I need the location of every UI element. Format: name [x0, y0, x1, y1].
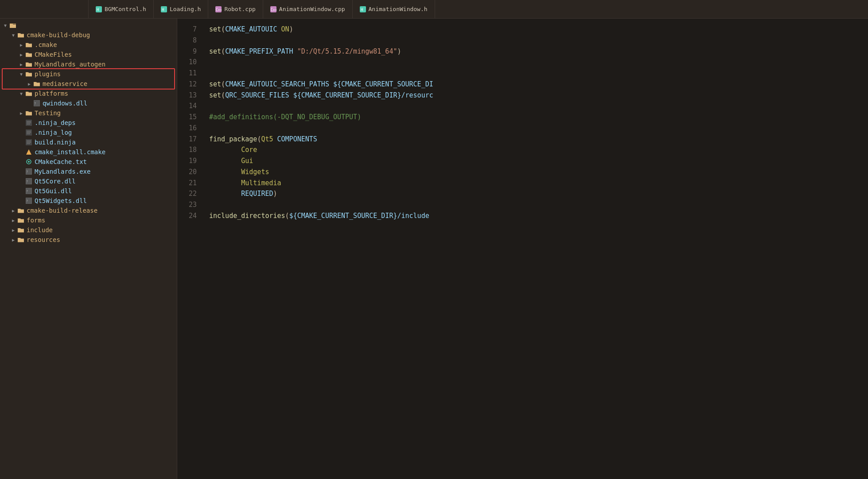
svg-text:?: ? [26, 199, 28, 203]
tree-item-Qt5Core.dll[interactable]: ?Qt5Core.dll [0, 176, 177, 186]
file-icon-Qt5Widgets.dll: ? [25, 197, 33, 204]
line-number-17: 17 [177, 134, 197, 145]
line-numbers: 789101112131415161718192021222324 [177, 19, 204, 479]
tree-item-MyLandlards_autogen[interactable]: ▶MyLandlards_autogen [0, 59, 177, 69]
tab-icon-AnimationWindow.cpp: C++ [270, 6, 276, 12]
tree-item-plugins[interactable]: ▼plugins [0, 69, 177, 79]
tree-item-cmake_install.cmake[interactable]: cmake_install.cmake [0, 147, 177, 157]
tree-label-MyLandlards_autogen: MyLandlards_autogen [35, 61, 105, 68]
tree-label-.ninja_deps: .ninja_deps [35, 119, 76, 126]
code-line-23 [209, 199, 868, 210]
tab-AnimationWindow.cpp[interactable]: C++AnimationWindow.cpp [263, 0, 353, 18]
tree-label-MyLandlards.exe: MyLandlards.exe [35, 168, 90, 175]
tab-icon-Loading.h: H [161, 6, 167, 12]
tab-label-AnimationWindow.cpp: AnimationWindow.cpp [279, 6, 345, 12]
tab-AnimationWindow.h[interactable]: HAnimationWindow.h [353, 0, 435, 18]
tree-item-.cmake[interactable]: ▶.cmake [0, 40, 177, 50]
tree-label-CMakeCache.txt: CMakeCache.txt [35, 158, 87, 165]
tree-label-build.ninja: build.ninja [35, 139, 76, 146]
tree-item-CMakeCache.txt[interactable]: CMakeCache.txt [0, 157, 177, 167]
tree-item-.ninja_deps[interactable]: .ninja_deps [0, 118, 177, 128]
tab-Loading.h[interactable]: HLoading.h [154, 0, 208, 18]
svg-point-26 [28, 161, 30, 163]
line-number-24: 24 [177, 210, 197, 222]
chevron-icon-.cmake: ▶ [18, 43, 25, 47]
tree-item-CMakeFiles[interactable]: ▶CMakeFiles [0, 50, 177, 59]
header: HBGMControl.hHLoading.hC++Robot.cppC++An… [0, 0, 868, 19]
code-content[interactable]: set(CMAKE_AUTOUIC ON) set(CMAKE_PREFIX_P… [204, 19, 868, 479]
chevron-icon-platforms: ▼ [18, 91, 25, 96]
tree-label-resources: resources [27, 236, 60, 243]
tree-item-cmake-build-release[interactable]: ▶cmake-build-release [0, 206, 177, 215]
root-folder-icon [9, 22, 17, 29]
tree-label-qwindows.dll: qwindows.dll [43, 100, 87, 107]
tab-label-BGMControl.h: BGMControl.h [105, 6, 146, 12]
line-number-21: 21 [177, 178, 197, 189]
file-icon-qwindows.dll: ? [33, 100, 41, 107]
tree-item-Testing[interactable]: ▶Testing [0, 108, 177, 118]
line-number-12: 12 [177, 79, 197, 90]
svg-text:?: ? [26, 170, 28, 174]
line-number-8: 8 [177, 35, 197, 46]
file-icon-plugins [25, 70, 33, 78]
code-line-9: set(CMAKE_PREFIX_PATH "D:/Qt/5.15.2/ming… [209, 46, 868, 57]
svg-text:?: ? [26, 190, 28, 193]
tab-bar: HBGMControl.hHLoading.hC++Robot.cppC++An… [89, 0, 868, 18]
code-line-18: Core [209, 144, 868, 156]
file-icon-CMakeFiles [25, 51, 33, 58]
line-number-10: 10 [177, 57, 197, 68]
code-line-8 [209, 35, 868, 46]
svg-text:C++: C++ [271, 8, 276, 12]
tree-item-.ninja_log[interactable]: .ninja_log [0, 128, 177, 137]
line-number-11: 11 [177, 68, 197, 79]
chevron-icon-MyLandlards_autogen: ▶ [18, 62, 25, 67]
code-line-14 [209, 101, 868, 112]
tree-item-platforms[interactable]: ▼platforms [0, 89, 177, 98]
sidebar: ▼ ▼cmake-build-debug▶.cmake▶CMakeFiles▶M… [0, 19, 177, 479]
file-icon-cmake-build-debug [17, 31, 25, 39]
chevron-icon-CMakeFiles: ▶ [18, 52, 25, 57]
file-icon-mediaservice [33, 80, 41, 87]
tab-icon-BGMControl.h: H [96, 6, 102, 12]
svg-text:?: ? [26, 180, 28, 183]
tree-item-qwindows.dll[interactable]: ?qwindows.dll [0, 98, 177, 108]
code-line-7: set(CMAKE_AUTOUIC ON) [209, 24, 868, 35]
tree-item-build.ninja[interactable]: build.ninja [0, 137, 177, 147]
tree-item-cmake-build-debug[interactable]: ▼cmake-build-debug [0, 30, 177, 40]
tree-label-mediaservice: mediaservice [43, 80, 87, 87]
chevron-icon-plugins: ▼ [18, 72, 25, 77]
code-line-17: find_package(Qt5 COMPONENTS [209, 134, 868, 145]
file-icon-Testing [25, 109, 33, 117]
project-panel-title[interactable] [0, 0, 89, 18]
file-icon-MyLandlards_autogen [25, 61, 33, 68]
tree-item-forms[interactable]: ▶forms [0, 215, 177, 225]
tree-label-plugins: plugins [35, 70, 61, 78]
file-icon-.cmake [25, 41, 33, 48]
tree-root[interactable]: ▼ [0, 20, 177, 30]
tree-label-forms: forms [27, 217, 45, 224]
svg-text:C++: C++ [216, 8, 222, 12]
tree-label-Testing: Testing [35, 109, 61, 117]
file-icon-platforms [25, 90, 33, 97]
tree-item-mediaservice[interactable]: ▶mediaservice [0, 79, 177, 89]
tree-label-include: include [27, 226, 53, 234]
tree-item-include[interactable]: ▶include [0, 225, 177, 235]
file-icon-Qt5Core.dll: ? [25, 178, 33, 185]
tree-item-Qt5Widgets.dll[interactable]: ?Qt5Widgets.dll [0, 196, 177, 206]
tab-Robot.cpp[interactable]: C++Robot.cpp [208, 0, 263, 18]
file-tree: ▼ ▼cmake-build-debug▶.cmake▶CMakeFiles▶M… [0, 20, 177, 245]
line-number-13: 13 [177, 90, 197, 101]
code-line-16 [209, 123, 868, 134]
tab-BGMControl.h[interactable]: HBGMControl.h [89, 0, 154, 18]
tree-item-Qt5Gui.dll[interactable]: ?Qt5Gui.dll [0, 186, 177, 196]
code-line-12: set(CMAKE_AUTOUIC_SEARCH_PATHS ${CMAKE_C… [209, 79, 868, 90]
tree-item-resources[interactable]: ▶resources [0, 235, 177, 245]
tree-label-platforms: platforms [35, 90, 68, 97]
line-number-9: 9 [177, 46, 197, 57]
line-number-20: 20 [177, 167, 197, 178]
tree-item-MyLandlards.exe[interactable]: ?MyLandlards.exe [0, 167, 177, 176]
file-icon-.ninja_log [25, 129, 33, 136]
tab-label-Loading.h: Loading.h [170, 6, 201, 12]
svg-text:H: H [162, 8, 164, 12]
tree-label-Qt5Gui.dll: Qt5Gui.dll [35, 187, 72, 195]
